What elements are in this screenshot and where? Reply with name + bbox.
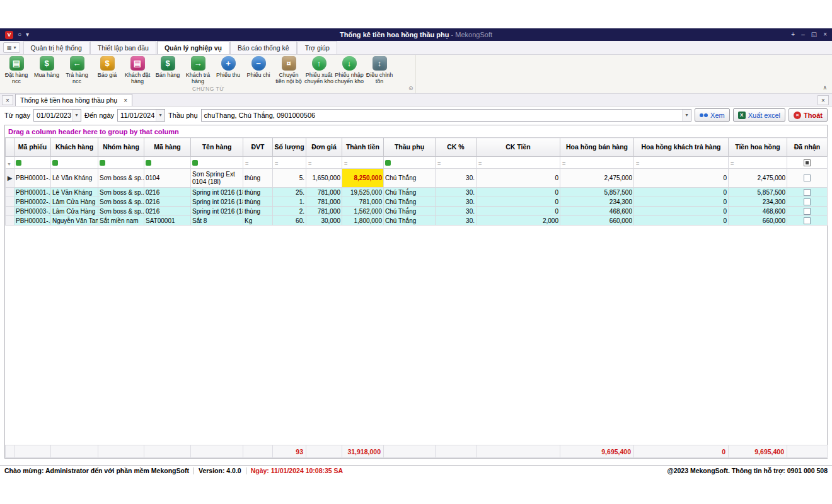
filter-cell[interactable] — [51, 157, 98, 169]
exit-button[interactable]: × Thoát — [789, 108, 828, 122]
cell: 0 — [634, 169, 729, 188]
pin-icon[interactable]: + — [791, 32, 795, 38]
quick-access-caret-icon[interactable]: ▾ — [26, 32, 29, 38]
binoculars-icon — [700, 113, 703, 117]
chevron-down-icon[interactable]: ▾ — [72, 110, 81, 121]
toolbar-button[interactable]: ↓Phiếu nhập chuyển kho — [334, 55, 364, 85]
toolbar-button[interactable]: $Báo giá — [92, 55, 122, 78]
chevron-down-icon[interactable]: ▾ — [682, 110, 691, 121]
summary-cell — [6, 445, 14, 458]
column-header[interactable]: Hoa hồng khách trả hàng — [634, 138, 729, 157]
subcontractor-select[interactable]: chuThang, Chú Thắng, 0901000506 ▾ — [201, 109, 691, 122]
restore-icon[interactable]: ◱ — [811, 32, 817, 38]
table-row[interactable]: PBH00003-...Lâm Cửa HàngSơn boss & sp...… — [6, 207, 828, 216]
toolbar-button[interactable]: −Phiếu chi — [243, 55, 274, 78]
ribbon-tab[interactable]: Quản trị hệ thống — [23, 41, 90, 54]
filter-cell[interactable]: = — [477, 157, 560, 169]
document-tab[interactable]: Thống kê tiền hoa hồng thầu phụ × — [15, 94, 132, 106]
column-header[interactable]: Thầu phụ — [384, 138, 436, 157]
received-checkbox[interactable] — [804, 217, 811, 224]
close-all-tabs-icon[interactable]: × — [2, 95, 13, 105]
filter-cell[interactable]: = — [243, 157, 273, 169]
toolbar-button[interactable]: ▤Đặt hàng ncc — [1, 55, 32, 85]
column-header[interactable]: Khách hàng — [51, 138, 98, 157]
to-date-input[interactable]: 11/01/2024 ▾ — [117, 109, 165, 122]
group-launcher-icon[interactable]: ⊙ — [408, 85, 413, 91]
export-excel-button[interactable]: X Xuất excel — [733, 108, 785, 122]
column-header[interactable]: Số lượng — [273, 138, 306, 157]
table-row[interactable]: PBH00001-...Lê Văn KhángSơn boss & sp...… — [6, 188, 828, 197]
filter-cell[interactable] — [384, 157, 436, 169]
toolbar-button-label: Mua hàng — [34, 72, 59, 78]
column-header[interactable]: Đã nhận — [787, 138, 828, 157]
toolbar-button[interactable]: ¤Chuyển tiền nội bộ — [274, 55, 304, 85]
toolbar-button[interactable]: ↕Điều chỉnh tồn — [364, 55, 395, 85]
cell: Spring int 0216 (18l) — [191, 197, 243, 207]
column-header[interactable]: Tên hàng — [191, 138, 243, 157]
ribbon-tab[interactable]: Thiết lập ban đầu — [90, 41, 156, 54]
filter-cell[interactable]: = — [436, 157, 477, 169]
filter-checkbox[interactable] — [804, 159, 811, 166]
filter-cell[interactable]: = — [560, 157, 634, 169]
ribbon-tab[interactable]: Quản lý nghiệp vụ — [157, 41, 229, 54]
filter-cell[interactable] — [191, 157, 243, 169]
filter-cell[interactable] — [144, 157, 191, 169]
filter-cell[interactable] — [787, 157, 828, 169]
toolbar-button[interactable]: $Bán hàng — [153, 55, 183, 78]
column-header[interactable]: Tiền hoa hồng — [729, 138, 787, 157]
filter-cell[interactable] — [14, 157, 51, 169]
ribbon-collapse-icon[interactable]: ∧ — [823, 84, 827, 91]
toolbar-button[interactable]: ▤Khách đặt hàng — [122, 55, 153, 85]
filter-cell[interactable]: = — [306, 157, 342, 169]
received-checkbox[interactable] — [804, 198, 811, 205]
exit-icon: × — [794, 112, 801, 119]
quick-access-circle-icon[interactable]: ○ — [18, 32, 21, 38]
table-row[interactable]: PBH00001-...Nguyễn Văn TamSắt miền namSA… — [6, 216, 828, 226]
toolbar-button[interactable]: →Khách trả hàng — [183, 55, 213, 85]
column-header[interactable]: Mã phiếu — [14, 138, 51, 157]
received-checkbox[interactable] — [804, 175, 811, 181]
received-checkbox[interactable] — [804, 189, 811, 196]
cell: 1,650,000 — [306, 169, 342, 188]
column-header[interactable]: Hoa hồng bán hàng — [560, 138, 634, 157]
view-button[interactable]: Xem — [695, 108, 730, 122]
toolbar-button[interactable]: ↑Phiếu xuất chuyển kho — [304, 55, 334, 85]
column-header[interactable]: Mã hàng — [144, 138, 191, 157]
filter-bar: Từ ngày 01/01/2023 ▾ Đến ngày 11/01/2024… — [0, 106, 832, 123]
from-date-input[interactable]: 01/01/2023 ▾ — [33, 109, 81, 122]
toolbar-button[interactable]: $Mua hàng — [32, 55, 62, 78]
data-grid: Drag a column header here to group by th… — [4, 125, 828, 459]
column-header[interactable]: ĐVT — [243, 138, 273, 157]
close-icon[interactable]: × — [823, 32, 827, 38]
filter-cell[interactable] — [98, 157, 144, 169]
filter-cell[interactable]: = — [273, 157, 306, 169]
ribbon-tab[interactable]: Báo cáo thống kê — [230, 41, 297, 54]
group-by-panel[interactable]: Drag a column header here to group by th… — [5, 125, 827, 137]
toolbar-button[interactable]: +Phiếu thu — [213, 55, 243, 78]
filter-cell[interactable]: = — [634, 157, 729, 169]
minimize-icon[interactable]: – — [801, 32, 805, 38]
ribbon-menu-button[interactable]: ▦ ▾ — [3, 42, 20, 53]
toolbar-button[interactable]: ←Trả hàng ncc — [62, 55, 92, 85]
column-header[interactable]: Nhóm hàng — [98, 138, 144, 157]
filter-cell[interactable]: = — [729, 157, 787, 169]
column-header[interactable]: CK % — [436, 138, 477, 157]
column-header[interactable]: CK Tiền — [477, 138, 560, 157]
close-tab-right-icon[interactable]: × — [818, 95, 829, 105]
tab-close-icon[interactable]: × — [124, 97, 127, 104]
ribbon-tab[interactable]: Trợ giúp — [298, 41, 337, 54]
filter-cell[interactable]: = — [342, 157, 384, 169]
cell: thùng — [243, 207, 273, 216]
received-checkbox[interactable] — [804, 208, 811, 215]
column-header[interactable]: Đơn giá — [306, 138, 342, 157]
ribbon-group-label: CHỨNG TỪ ⊙ — [1, 86, 415, 93]
quotation-icon: $ — [100, 56, 115, 71]
cell: Sắt miền nam — [98, 216, 144, 226]
equals-filter-icon: = — [562, 161, 565, 167]
chevron-down-icon[interactable]: ▾ — [156, 110, 165, 121]
filter-cell[interactable]: ▼ — [6, 157, 14, 169]
table-row[interactable]: ▶PBH00001-...Lê Văn KhángSơn boss & sp..… — [6, 169, 828, 188]
column-header[interactable]: Thành tiền — [342, 138, 384, 157]
window-controls: + – ◱ × — [688, 32, 827, 38]
table-row[interactable]: PBH00002-...Lâm Cửa HàngSơn boss & sp...… — [6, 197, 828, 207]
